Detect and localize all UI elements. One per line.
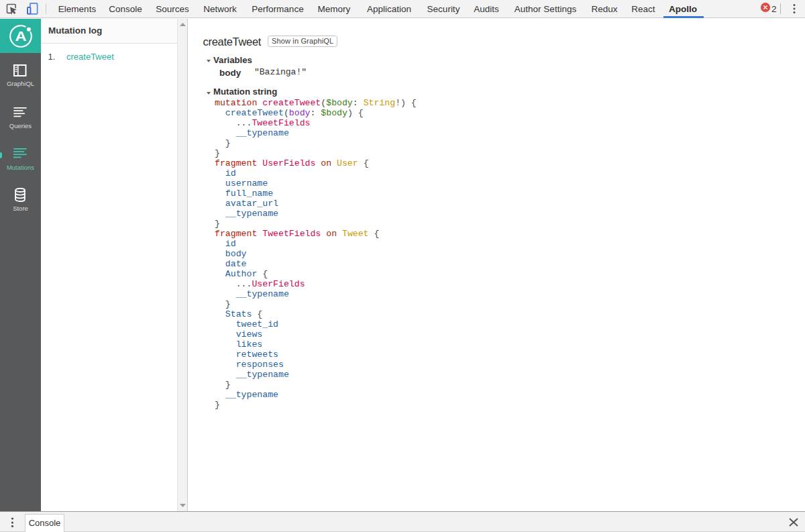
svg-text:A: A: [15, 29, 26, 44]
